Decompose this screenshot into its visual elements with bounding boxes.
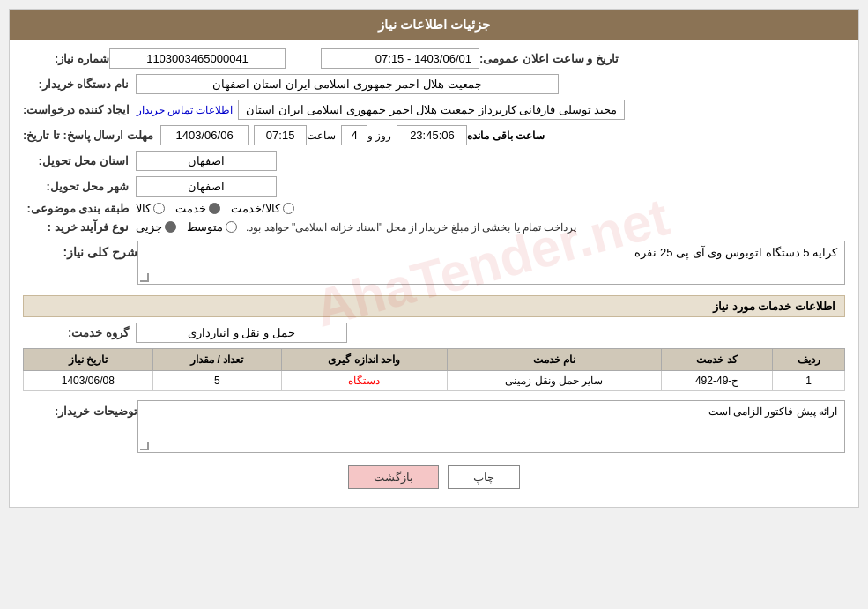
tozihat-label: توضیحات خریدار: [32,400,137,418]
tozihat-resize-handle[interactable] [140,442,149,450]
cell-tarikh: 1403/06/08 [24,371,153,391]
rooz-value: 4 [341,125,367,145]
rooz-label-text: روز و [367,130,391,142]
col-vahed: واحد اندازه گیری [282,349,448,371]
ostan-tahvil-label: استان محل تحویل: [23,154,129,167]
tabaqe-kala-option[interactable]: کالا [136,202,165,215]
group-khadamat-label: گروه خدمت: [23,326,129,339]
sharh-label: شرح کلی نیاز: [32,241,137,259]
saat-label-text: ساعت [307,130,336,142]
noe-mottaset-option[interactable]: متوسط [187,220,237,234]
noe-jozi-label: جزیی [136,220,162,234]
tabaqe-kala-khedmat-radio [283,203,294,214]
tozihat-value: ارائه پیش فاکتور الزامی است [708,405,837,418]
saat-baghi-label: ساعت باقی مانده [467,130,545,142]
ijad-konande-value: مجید توسلی فارفانی کاربرداز جمعیت هلال ا… [238,100,625,120]
sharh-box: کرایه 5 دستگاه اتوبوس وی آی پی 25 نفره A… [137,241,845,285]
noe-mottaset-radio [226,221,237,233]
shomara-niaz-value: 1103003465000041 [109,48,286,69]
cell-kod: ح-49-492 [662,371,773,391]
tabaqe-khedmat-label: خدمت [175,202,206,215]
tarikh-value: 1403/06/06 [160,125,249,145]
col-tarikh: تاریخ نیاز [24,349,153,371]
noe-jozi-option[interactable]: جزیی [136,220,176,234]
khadamat-section-title: اطلاعات خدمات مورد نیاز [23,295,845,317]
tabaqe-label: طبقه بندی موضوعی: [23,202,129,215]
group-khadamat-value: حمل و نقل و انبارداری [136,323,347,343]
tabaqe-khedmat-radio [209,203,220,214]
col-radif: ردیف [773,349,845,371]
print-button[interactable]: چاپ [448,465,520,489]
table-row: 1 ح-49-492 سایر حمل ونقل زمینی دستگاه 5 … [24,371,845,391]
tabaqe-khedmat-option[interactable]: خدمت [175,202,220,215]
tabaqe-kala-khedmat-label: کالا/خدمت [231,202,280,215]
tarikh-elan-label: تاریخ و ساعت اعلان عمومی: [479,52,619,65]
shahr-tahvil-value: اصفهان [136,176,277,197]
tozihat-box: ارائه پیش فاکتور الزامی است [137,400,845,453]
noe-mottaset-label: متوسط [187,220,223,234]
tarikh-elan-value: 1403/06/01 - 07:15 [321,48,479,69]
shomara-niaz-label: شماره نیاز: [30,52,109,65]
saat-value: 07:15 [254,125,307,145]
ostan-tahvil-value: اصفهان [136,151,277,171]
cell-tedad: 5 [152,371,281,391]
tabaqe-kala-khedmat-option[interactable]: کالا/خدمت [231,202,294,215]
tabaqe-kala-label: کالا [136,202,151,215]
resize-handle[interactable] [140,273,149,282]
buttons-row: چاپ بازگشت [23,465,845,489]
noe-jozi-radio [165,221,176,233]
sharh-value: کرایه 5 دستگاه اتوبوس وی آی پی 25 نفره [634,246,837,259]
col-tedad: تعداد / مقدار [152,349,281,371]
saat-baghi-value: 23:45:06 [397,125,467,145]
nam-dastgah-value: جمعیت هلال احمر جمهوری اسلامی ایران استا… [136,74,559,94]
col-nam: نام خدمت [447,349,661,371]
services-table: ردیف کد خدمت نام خدمت واحد اندازه گیری ت… [23,348,845,391]
cell-vahed: دستگاه [282,371,448,391]
cell-radif: 1 [773,371,845,391]
tabaqe-kala-radio [153,203,165,214]
ettelaat-tamas-link[interactable]: اطلاعات تماس خریدار [137,104,234,116]
noe-notice-text: پرداخت تمام یا بخشی از مبلغ خریدار از مح… [246,221,576,234]
page-title: جزئیات اطلاعات نیاز [10,10,858,40]
back-button[interactable]: بازگشت [348,465,439,489]
cell-nam: سایر حمل ونقل زمینی [447,371,661,391]
ijad-konande-label: ایجاد کننده درخواست: [23,103,130,116]
shahr-tahvil-label: شهر محل تحویل: [23,180,129,193]
mohlat-label: مهلت ارسال پاسخ: تا تاریخ: [23,129,153,142]
nam-dastgah-label: نام دستگاه خریدار: [23,78,129,91]
col-kod: کد خدمت [662,349,773,371]
noe-farayand-label: نوع فرآیند خرید : [23,220,129,234]
